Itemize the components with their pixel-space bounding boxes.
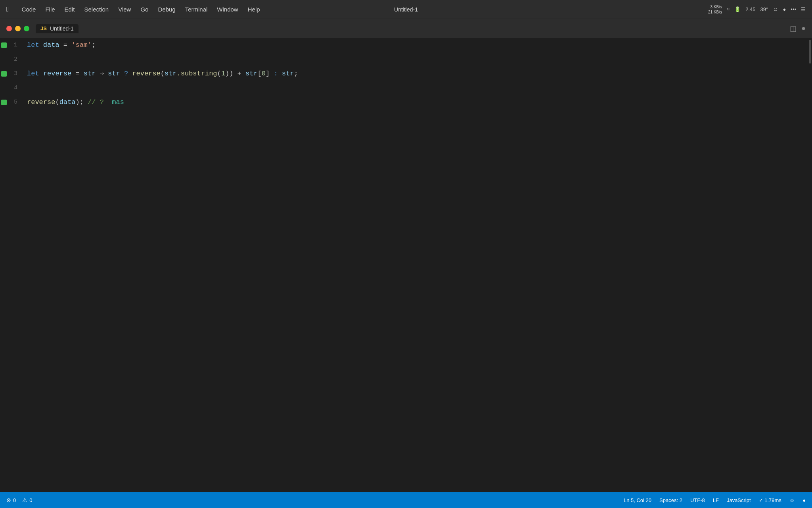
op-space2: [128, 67, 132, 81]
breakpoint-1[interactable]: [0, 38, 8, 52]
clock: 2.45: [745, 6, 755, 12]
encoding[interactable]: UTF-8: [690, 497, 705, 503]
error-count-value: 0: [13, 497, 16, 503]
op-plus: +: [233, 67, 245, 81]
num-0: 0: [262, 67, 266, 81]
battery-icon: 🔋: [734, 6, 741, 12]
num-1: 1: [221, 67, 225, 81]
error-count[interactable]: ⊗ 0: [6, 497, 16, 503]
statusbar: ⊗ 0 ⚠ 0 Ln 5, Col 20 Spaces: 2 UTF-8 LF …: [0, 492, 812, 508]
menu-window[interactable]: Window: [212, 4, 243, 14]
scrollbar[interactable]: [808, 38, 812, 492]
line-number-4: 4: [8, 81, 24, 95]
breakpoint-indicator-1: [1, 42, 7, 48]
gutter-row-4: 4: [0, 81, 24, 95]
line-number-2: 2: [8, 52, 24, 67]
comment-q: // ?: [88, 95, 108, 110]
gutter-row-2: 2: [0, 52, 24, 67]
language-mode[interactable]: JavaScript: [727, 497, 751, 503]
status-right: 3 KB/s 21 KB/s ≈ 🔋 2.45 39° ☺ ● ••• ☰: [708, 4, 806, 15]
param-str-2: str: [108, 67, 120, 81]
menubar:  Code File Edit Selection View Go Debug…: [0, 0, 812, 19]
notification-icon[interactable]: ●: [802, 497, 806, 503]
breakpoint-5[interactable]: [0, 95, 8, 110]
emoji-icon[interactable]: ☺: [789, 497, 795, 503]
eol[interactable]: LF: [713, 497, 719, 503]
scrollbar-thumb[interactable]: [809, 40, 811, 64]
globe-icon: ●: [783, 6, 786, 12]
statusbar-right: Ln 5, Col 20 Spaces: 2 UTF-8 LF JavaScri…: [624, 497, 806, 503]
paren-close-5: ): [75, 95, 79, 110]
apple-icon[interactable]: : [6, 5, 9, 13]
menu-go[interactable]: Go: [136, 4, 153, 14]
gutter-row-1: 1: [0, 38, 24, 52]
op-space: [120, 67, 124, 81]
code-line-3: let reverse = str ⇒ str ? reverse(str.su…: [27, 67, 812, 81]
menu-file[interactable]: File: [40, 4, 59, 14]
op-eq-1: =: [59, 38, 72, 52]
fn-reverse-call: reverse: [132, 67, 160, 81]
line-gutter: 1 2 3 4 5: [0, 38, 24, 492]
menu-code[interactable]: Code: [17, 4, 41, 14]
network-down: 21 KB/s: [708, 10, 722, 15]
ternary-colon: :: [274, 67, 278, 81]
tab-right-icons: ◫ ●: [790, 24, 806, 33]
breakpoint-2[interactable]: [0, 52, 8, 67]
param-str-5: str: [282, 67, 294, 81]
wifi-icon: ≈: [727, 6, 730, 12]
editor[interactable]: 1 2 3 4 5 let data = ': [0, 38, 812, 492]
bracket-close: ]: [266, 67, 270, 81]
menu-terminal[interactable]: Terminal: [180, 4, 213, 14]
var-data: data: [43, 38, 59, 52]
close-button[interactable]: [6, 26, 12, 31]
error-icon: ⊗: [6, 497, 11, 503]
split-editor-icon[interactable]: ◫: [790, 24, 797, 33]
maximize-button[interactable]: [24, 26, 29, 31]
line-number-3: 3: [8, 67, 24, 81]
tab-name: Untitled-1: [50, 25, 74, 32]
string-sam: 'sam': [71, 38, 92, 52]
paren-open-5: (: [55, 95, 59, 110]
gutter-row-5: 5: [0, 95, 24, 110]
dot-icon[interactable]: ●: [801, 24, 806, 33]
op-eq-3: =: [71, 67, 84, 81]
menu-view[interactable]: View: [113, 4, 136, 14]
warning-count[interactable]: ⚠ 0: [22, 497, 32, 503]
code-line-4: [27, 81, 812, 95]
var-data-5: data: [59, 95, 76, 110]
network-up: 3 KB/s: [708, 4, 722, 10]
profile-icon: ☺: [773, 6, 778, 12]
menu-items: Code File Edit Selection View Go Debug T…: [17, 4, 708, 14]
op-space4: [278, 67, 282, 81]
minimize-button[interactable]: [15, 26, 21, 31]
code-area[interactable]: let data = 'sam'; let reverse = str ⇒ st…: [24, 38, 812, 492]
warning-count-value: 0: [29, 497, 32, 503]
bracket-open: [: [258, 67, 262, 81]
temperature: 39°: [760, 6, 768, 12]
list-icon[interactable]: ☰: [801, 6, 806, 12]
op-space3: [270, 67, 274, 81]
paren-inner-close: ): [225, 67, 229, 81]
var-reverse: reverse: [43, 67, 71, 81]
code-line-5: reverse(data); // ? mas: [27, 95, 812, 110]
traffic-lights: [6, 26, 29, 31]
keyword-let-3: let: [27, 67, 43, 81]
param-str-4: str: [245, 67, 258, 81]
paren-close: ): [229, 67, 233, 81]
line-number-1: 1: [8, 38, 24, 52]
paren-inner-open: (: [217, 67, 221, 81]
cursor-position[interactable]: Ln 5, Col 20: [624, 497, 651, 503]
breakpoint-indicator-3: [1, 71, 7, 77]
menu-debug[interactable]: Debug: [153, 4, 180, 14]
more-icon[interactable]: •••: [791, 6, 796, 12]
indentation[interactable]: Spaces: 2: [659, 497, 682, 503]
menu-selection[interactable]: Selection: [79, 4, 113, 14]
warning-icon: ⚠: [22, 497, 27, 503]
menu-edit[interactable]: Edit: [60, 4, 80, 14]
tab-untitled1[interactable]: JS Untitled-1: [36, 24, 79, 33]
breakpoint-4[interactable]: [0, 81, 8, 95]
ternary-q: ?: [124, 67, 128, 81]
breakpoint-3[interactable]: [0, 67, 8, 81]
menu-help[interactable]: Help: [243, 4, 265, 14]
comment-result: mas: [108, 95, 124, 110]
